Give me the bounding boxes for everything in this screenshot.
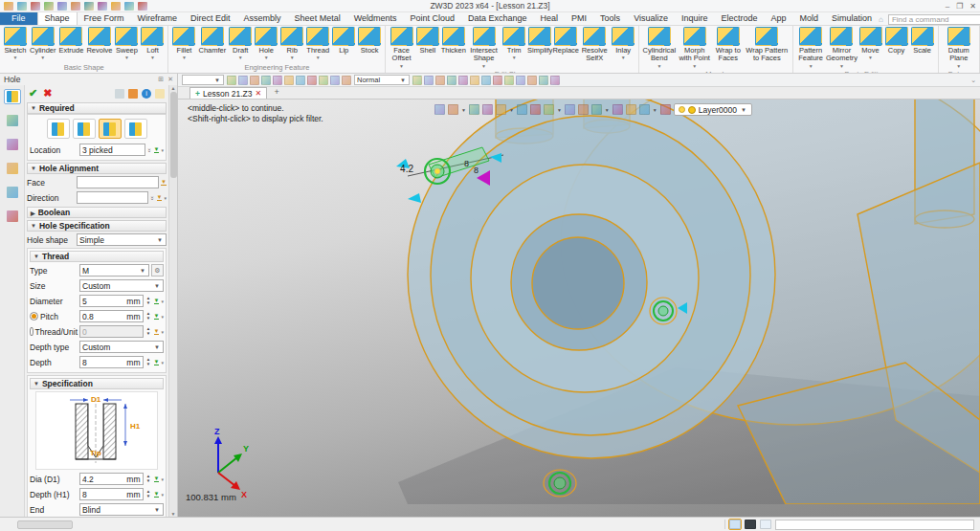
side-tab-scene-view[interactable]: [4, 185, 21, 200]
scroll-up-icon[interactable]: ▲: [171, 85, 176, 91]
style-dropdown[interactable]: Normal▼: [354, 75, 410, 85]
menu-tab-tools[interactable]: Tools: [593, 12, 627, 25]
pick-options-icon[interactable]: ▾: [161, 329, 164, 335]
play-icon[interactable]: [138, 2, 147, 11]
pick-from-screen-icon[interactable]: ▼: [154, 146, 160, 153]
arc-tool-icon[interactable]: [527, 76, 537, 85]
menu-tab-assembly[interactable]: Assembly: [237, 12, 288, 25]
ok-button[interactable]: ✔: [29, 87, 37, 100]
side-tab-hole-tool[interactable]: [4, 89, 21, 104]
monitor-icon[interactable]: [639, 104, 650, 115]
folder-open-icon[interactable]: [296, 76, 305, 85]
drag-handle-cyan[interactable]: [408, 193, 421, 203]
thread-input-diameter[interactable]: 5mm: [79, 295, 144, 307]
pick-first-icon[interactable]: [261, 76, 271, 85]
pick-list-icon[interactable]: [273, 76, 282, 85]
hole-type-custom-hole[interactable]: [124, 119, 147, 139]
curve-connect-icon[interactable]: [435, 76, 445, 85]
menu-tab-visualize[interactable]: Visualize: [627, 12, 675, 25]
clipboard-icon[interactable]: [591, 104, 602, 115]
line-tool-icon[interactable]: [458, 76, 468, 85]
menu-tab-pmi[interactable]: PMI: [565, 12, 593, 25]
pick-options-icon[interactable]: ▾: [161, 476, 164, 482]
thread-input-thread-unit[interactable]: 0: [79, 325, 144, 338]
ribbon-button-stock[interactable]: Stock: [357, 27, 382, 55]
section-hole-specification[interactable]: ▼ Hole Specification: [27, 220, 167, 232]
display-box-icon[interactable]: [342, 76, 351, 85]
ribbon-button-thread[interactable]: Thread▼: [305, 27, 330, 60]
wave-tool-icon[interactable]: [516, 76, 525, 85]
multi-print-icon[interactable]: [71, 2, 80, 11]
side-tab-user-profile[interactable]: [4, 209, 21, 224]
panel-close-icon[interactable]: ✕: [167, 76, 173, 83]
black-screen-icon[interactable]: [626, 104, 636, 115]
save-file-icon[interactable]: [44, 2, 54, 11]
section-hole-alignment[interactable]: ▼ Hole Alignment: [27, 163, 167, 174]
open-file-icon[interactable]: [31, 2, 40, 11]
restore-icon[interactable]: ❐: [956, 2, 963, 11]
menu-tab-data-exchange[interactable]: Data Exchange: [461, 12, 534, 25]
bundle-icon[interactable]: [284, 76, 294, 85]
location-input[interactable]: 3 picked: [79, 144, 145, 156]
spline-tool-icon[interactable]: [504, 76, 514, 85]
home-icon[interactable]: ⌂: [879, 15, 883, 24]
redo-icon[interactable]: [98, 2, 107, 11]
ribbon-button-loft[interactable]: Loft▼: [140, 27, 165, 60]
ribbon-button-hole[interactable]: Hole▼: [254, 27, 278, 60]
status-tab[interactable]: [17, 520, 73, 529]
ribbon-button-cylindrical-bend[interactable]: Cylindrical Bend▼: [642, 27, 676, 69]
image-capture-icon[interactable]: [307, 76, 317, 85]
compass-icon[interactable]: [578, 104, 589, 115]
radio-thread-unit[interactable]: [30, 327, 33, 336]
ribbon-button-face-offset[interactable]: Face Offset▼: [389, 27, 414, 69]
thread-input-pitch[interactable]: 0.8mm: [79, 310, 144, 322]
ribbon-button-trim[interactable]: Trim▼: [501, 27, 526, 60]
ribbon-button-revolve[interactable]: Revolve: [85, 27, 113, 55]
thread-browse-button[interactable]: ⚙: [151, 264, 164, 277]
ribbon-button-intersect-shape[interactable]: Intersect Shape▼: [467, 27, 501, 69]
window-toggle-icon[interactable]: [729, 520, 741, 529]
orient-wheel-icon[interactable]: [565, 104, 575, 115]
alignment-input-face[interactable]: [77, 176, 159, 188]
spinner-control[interactable]: ▲▼: [145, 312, 152, 321]
prompt-toggle-icon[interactable]: [760, 520, 771, 529]
pick-options-icon[interactable]: ▾: [161, 147, 164, 153]
ribbon-button-move[interactable]: Move▼: [858, 27, 883, 60]
doc-preview-icon[interactable]: [155, 89, 165, 99]
wireframe-mode-icon[interactable]: [482, 104, 493, 115]
pan-view-icon[interactable]: [530, 104, 541, 115]
ribbon-button-fillet[interactable]: Fillet▼: [171, 27, 196, 60]
menu-tab-shape[interactable]: Shape: [37, 11, 78, 25]
command-input[interactable]: [775, 520, 974, 530]
pick-previous-icon[interactable]: [238, 76, 248, 85]
search-input[interactable]: Find a command: [888, 14, 980, 25]
spinner-control[interactable]: ▲▼: [145, 358, 152, 366]
spec-input-end[interactable]: Blind▼: [79, 503, 164, 516]
side-tab-part-box[interactable]: [4, 161, 21, 176]
render-mode-icon[interactable]: [448, 104, 458, 115]
expand-list-icon[interactable]: ⌄⌄: [147, 146, 152, 153]
spinner-control[interactable]: ▲▼: [145, 475, 152, 483]
panel-scrollbar[interactable]: ▲ ▼: [168, 85, 177, 517]
menu-tab-free-form[interactable]: Free Form: [78, 12, 131, 25]
undo-icon[interactable]: [84, 2, 94, 11]
side-tab-measure-tool[interactable]: [4, 113, 21, 128]
spin-disc-icon[interactable]: [544, 104, 554, 115]
menu-tab-wireframe[interactable]: Wireframe: [131, 12, 185, 25]
fly-through-icon[interactable]: [539, 76, 548, 85]
pick-options-icon[interactable]: ▾: [161, 360, 164, 365]
radio-pitch[interactable]: [30, 312, 38, 321]
ribbon-button-morph-with-point[interactable]: Morph with Point▼: [678, 27, 712, 69]
ribbon-button-datum-plane[interactable]: Datum Plane▼: [942, 27, 976, 69]
minimize-icon[interactable]: –: [946, 2, 949, 11]
pick-options-icon[interactable]: ▾: [161, 314, 164, 320]
menu-tab-direct-edit[interactable]: Direct Edit: [184, 12, 237, 25]
polyline-tool-icon[interactable]: [470, 76, 479, 85]
tab-close-icon[interactable]: ✕: [255, 89, 261, 98]
rotate-view-icon[interactable]: [517, 104, 527, 115]
point-tool-icon[interactable]: [412, 76, 422, 85]
ribbon-button-resolve-selfx[interactable]: Resolve SelfX: [579, 27, 610, 63]
thread-input-depth-type[interactable]: Custom▼: [79, 341, 164, 353]
ribbon-button-sweep[interactable]: Sweep▼: [114, 27, 139, 60]
point-on-entity-icon[interactable]: [424, 76, 434, 85]
